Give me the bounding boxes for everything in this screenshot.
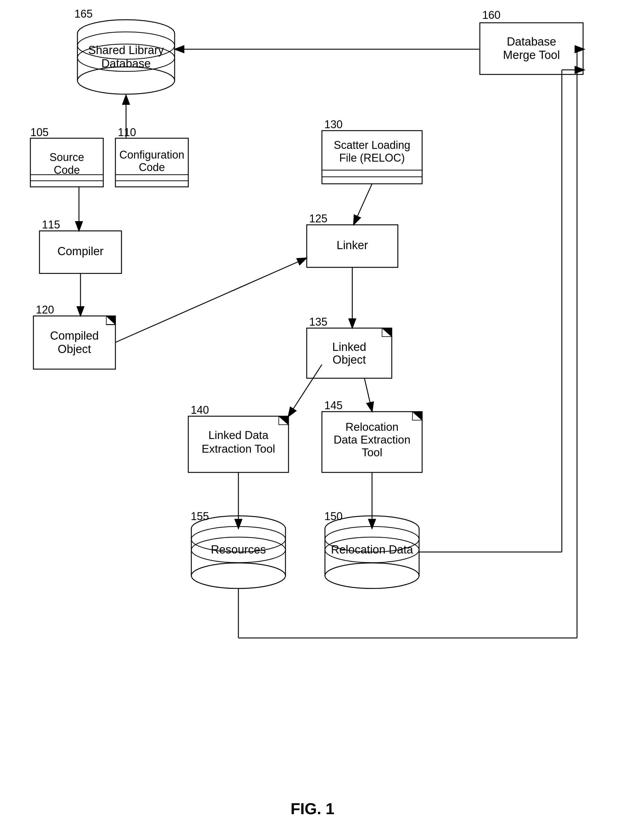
svg-rect-35	[307, 328, 392, 378]
compiled-obj-label-1: Compiled	[50, 329, 99, 342]
linked-data-ext-label-1: Linked Data	[208, 429, 269, 442]
svg-rect-24	[115, 138, 188, 187]
config-code-label-2: Code	[139, 161, 165, 173]
num-110: 110	[118, 126, 136, 138]
db-merge-label-2: Merge Tool	[503, 48, 560, 61]
scatter-loading-label-2: File (RELOC)	[339, 152, 405, 164]
num-125: 125	[309, 212, 327, 225]
num-140: 140	[191, 404, 209, 416]
compiler-label: Compiler	[58, 245, 104, 258]
fig-label: FIG. 1	[291, 800, 334, 818]
svg-marker-44	[412, 412, 422, 420]
svg-rect-30	[39, 231, 121, 274]
svg-point-14	[325, 516, 419, 541]
svg-marker-33	[106, 316, 115, 325]
num-145: 145	[324, 399, 342, 412]
svg-point-0	[78, 20, 175, 47]
linked-obj-label-2: Object	[333, 353, 366, 366]
svg-marker-37	[382, 328, 392, 337]
svg-marker-40	[279, 416, 289, 425]
num-130: 130	[324, 118, 342, 131]
linked-obj-label-1: Linked	[332, 341, 366, 353]
svg-point-5	[78, 32, 175, 59]
svg-rect-1	[78, 33, 175, 82]
svg-point-18	[325, 563, 419, 588]
source-code-label-1: Source	[50, 151, 84, 163]
svg-point-4	[78, 67, 175, 94]
svg-point-20	[325, 537, 419, 563]
resources-label: Resources	[211, 543, 266, 556]
svg-marker-36	[382, 328, 392, 337]
svg-rect-27	[322, 131, 422, 184]
num-160: 160	[482, 9, 501, 21]
svg-rect-32	[33, 316, 115, 369]
svg-marker-34	[106, 316, 115, 324]
scatter-loading-label-1: Scatter Loading	[334, 139, 410, 151]
svg-rect-15	[325, 529, 419, 577]
svg-rect-42	[322, 412, 422, 472]
compiled-obj-label-2: Object	[58, 343, 91, 355]
shared-library-db-label-1: Shared Library	[88, 44, 164, 56]
svg-rect-39	[188, 416, 289, 472]
svg-line-51	[289, 364, 322, 416]
svg-point-19	[325, 526, 419, 552]
linked-data-ext-label-2: Extraction Tool	[202, 443, 275, 455]
num-165: 165	[75, 8, 93, 20]
num-155: 155	[191, 510, 209, 523]
linker-label: Linker	[336, 239, 368, 252]
svg-point-6	[78, 44, 175, 72]
reloc-ext-label-3: Tool	[362, 446, 382, 459]
source-code-label-2: Code	[54, 164, 80, 176]
diagram: 165 160 105 110 130 115 125 120 135 140 …	[0, 0, 625, 840]
svg-rect-21	[30, 138, 103, 187]
svg-line-52	[364, 378, 372, 411]
svg-point-13	[191, 537, 286, 563]
db-merge-label-1: Database	[507, 35, 557, 48]
svg-marker-41	[279, 416, 289, 425]
num-105: 105	[30, 126, 48, 138]
svg-rect-8	[191, 529, 286, 577]
svg-rect-38	[480, 23, 583, 75]
num-115: 115	[42, 218, 60, 231]
num-120: 120	[36, 303, 54, 316]
config-code-label-1: Configuration	[119, 149, 184, 161]
shared-library-db-label-2: Database	[101, 57, 151, 70]
svg-rect-31	[307, 225, 398, 268]
svg-line-48	[115, 258, 306, 342]
svg-point-12	[191, 526, 286, 552]
num-150: 150	[324, 510, 342, 523]
reloc-data-label: Relocation Data	[331, 543, 414, 556]
svg-line-49	[354, 184, 372, 224]
svg-marker-43	[412, 412, 422, 420]
reloc-ext-label-2: Data Extraction	[334, 434, 410, 446]
reloc-ext-label-1: Relocation	[345, 421, 399, 433]
num-135: 135	[309, 316, 327, 328]
svg-point-11	[191, 563, 286, 588]
svg-arrows: 165 160 105 110 130 115 125 120 135 140 …	[0, 0, 625, 840]
svg-point-7	[191, 516, 286, 541]
